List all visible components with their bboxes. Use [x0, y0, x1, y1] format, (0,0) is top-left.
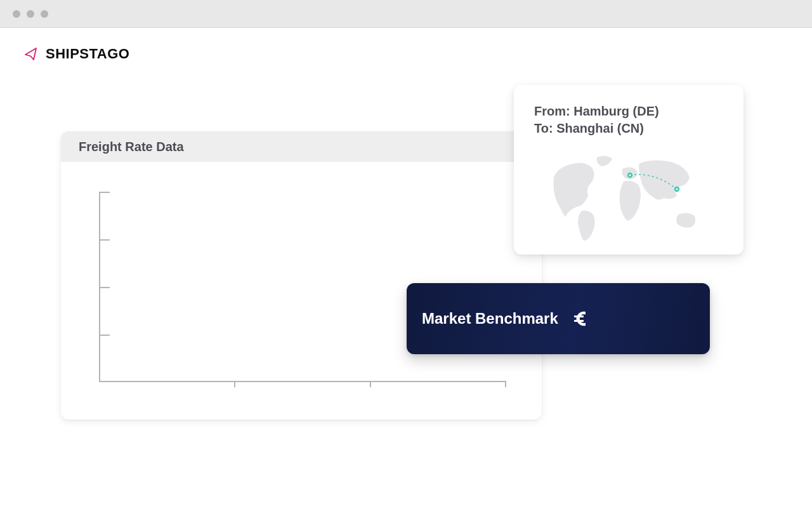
- freight-card-header: Freight Rate Data: [61, 131, 542, 162]
- route-from: From: Hamburg (DE): [534, 103, 723, 120]
- y-tick: [100, 287, 110, 288]
- window-close-dot[interactable]: [13, 10, 20, 18]
- freight-rate-card: Freight Rate Data: [61, 131, 542, 420]
- window-minimize-dot[interactable]: [27, 10, 34, 18]
- route-from-value: Hamburg (DE): [573, 104, 658, 118]
- svg-point-1: [629, 175, 631, 176]
- map-pin-destination-icon: [674, 187, 679, 192]
- route-from-label: From:: [534, 104, 570, 118]
- world-map: [534, 149, 723, 244]
- y-tick: [100, 335, 110, 336]
- route-card: From: Hamburg (DE) To: Shanghai (CN): [514, 85, 743, 255]
- route-to-label: To:: [534, 121, 553, 135]
- svg-point-3: [676, 189, 678, 190]
- freight-card-title: Freight Rate Data: [79, 140, 184, 154]
- x-axis: [99, 381, 505, 382]
- browser-chrome: [0, 0, 812, 28]
- brand-name: SHIPSTAGO: [46, 46, 129, 62]
- route-to: To: Shanghai (CN): [534, 120, 723, 137]
- route-to-value: Shanghai (CN): [556, 121, 644, 135]
- market-benchmark-card[interactable]: Market Benchmark: [407, 283, 710, 354]
- x-tick: [370, 381, 371, 387]
- map-pin-origin-icon: [627, 173, 632, 178]
- euro-icon: [568, 307, 593, 331]
- y-tick: [100, 239, 110, 241]
- window-zoom-dot[interactable]: [41, 10, 48, 18]
- paper-plane-icon: [23, 46, 39, 62]
- brand-logo[interactable]: SHIPSTAGO: [23, 46, 129, 62]
- y-tick: [100, 192, 110, 193]
- x-tick: [505, 381, 506, 387]
- x-tick: [234, 381, 235, 387]
- y-axis: [99, 192, 100, 382]
- benchmark-label: Market Benchmark: [422, 310, 558, 328]
